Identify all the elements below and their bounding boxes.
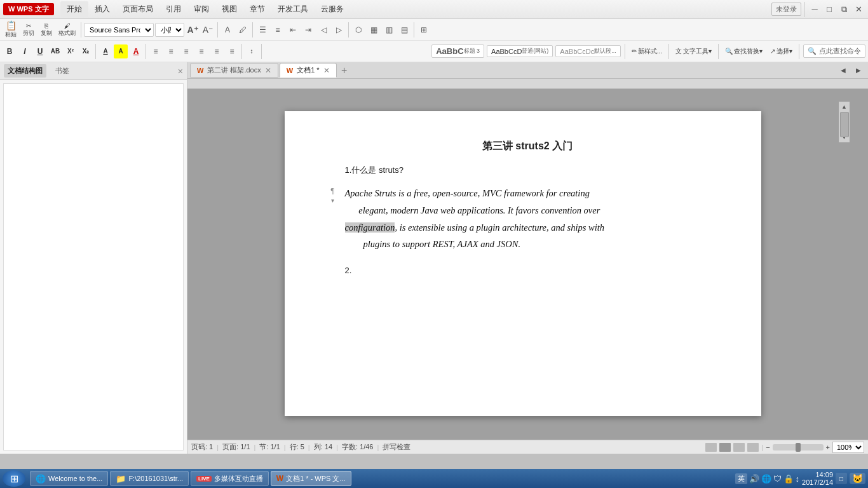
- paragraph-icon[interactable]: ¶: [331, 186, 334, 196]
- doc-tab-doc1[interactable]: W 文档1 * ✕: [280, 63, 337, 78]
- close-button[interactable]: ✕: [852, 3, 865, 16]
- menu-reference[interactable]: 引用: [159, 1, 187, 17]
- outdent-button[interactable]: ⇤: [286, 23, 300, 37]
- font-size-selector[interactable]: 小四 初号 12 14: [155, 23, 184, 37]
- wps-logo[interactable]: W WPS 文字: [3, 3, 54, 15]
- taskbar-clock[interactable]: 14:09 2017/2/14: [802, 471, 833, 486]
- new-style-button[interactable]: ✏ 新样式...: [629, 43, 665, 60]
- shield-icon[interactable]: 🛡: [773, 474, 782, 484]
- find-replace-button[interactable]: 🔍 查找替换▾: [722, 43, 765, 60]
- font-color-button[interactable]: A: [129, 44, 143, 58]
- maximize-button[interactable]: □: [823, 3, 836, 16]
- zoom-in-button[interactable]: +: [826, 444, 830, 451]
- doc-nav-next[interactable]: ▶: [851, 64, 865, 78]
- align-center-btn2[interactable]: ≡: [164, 44, 178, 58]
- strikethrough-button[interactable]: AB: [48, 44, 62, 58]
- text-color-button[interactable]: A: [220, 23, 234, 37]
- justify-button[interactable]: ▤: [397, 23, 411, 37]
- text-tools-button[interactable]: 文 文字工具▾: [673, 43, 714, 60]
- document-page: 第三讲 struts2 入门 1.什么是 struts? ¶ ▾ Apach: [285, 111, 761, 416]
- font-size-increase-button[interactable]: A⁺: [186, 23, 200, 37]
- subscript-button[interactable]: X₂: [79, 44, 93, 58]
- style-default[interactable]: AaBbCcDc 默认段...: [555, 45, 620, 57]
- status-spell-check[interactable]: 拼写检查: [383, 442, 410, 452]
- indent-button[interactable]: ⇥: [301, 23, 315, 37]
- paragraph-dropdown[interactable]: ▾: [331, 197, 334, 204]
- command-search[interactable]: 🔍 点此查找命令: [803, 44, 865, 58]
- doc-tab-doc1-close[interactable]: ✕: [323, 66, 330, 75]
- menu-review[interactable]: 审阅: [187, 1, 215, 17]
- style-normal[interactable]: AaBbCcD 普通(网站): [487, 45, 553, 57]
- char-shading-button[interactable]: A: [98, 44, 112, 58]
- view-mode-btn2[interactable]: [719, 443, 731, 452]
- menu-start[interactable]: 开始: [60, 1, 88, 17]
- italic-button[interactable]: I: [18, 44, 32, 58]
- antivirus-icon[interactable]: 🔒: [783, 474, 794, 484]
- underline-button[interactable]: U: [33, 44, 47, 58]
- add-doc-tab-button[interactable]: +: [338, 64, 351, 77]
- align-left-button[interactable]: ⬡: [351, 23, 365, 37]
- mascot-area[interactable]: 🐱: [850, 473, 865, 484]
- ime-icon[interactable]: 英: [735, 473, 747, 484]
- increase-indent-button[interactable]: ▷: [332, 23, 346, 37]
- panel-tab-structure[interactable]: 文档结构图: [4, 64, 46, 78]
- decrease-indent-button[interactable]: ◁: [316, 23, 330, 37]
- network-icon[interactable]: 🌐: [761, 474, 771, 484]
- view-mode-btn3[interactable]: [733, 443, 745, 452]
- menu-cloud[interactable]: 云服务: [315, 1, 350, 17]
- cut-button[interactable]: ✂ 剪切: [20, 21, 37, 39]
- login-button[interactable]: 未登录: [771, 3, 801, 16]
- find-replace-label: 查找替换▾: [734, 47, 763, 56]
- select-button[interactable]: ↗ 选择▾: [768, 43, 795, 60]
- doc-scroll-area[interactable]: 第三讲 struts2 入门 1.什么是 struts? ¶ ▾ Apach: [187, 89, 868, 440]
- align-left-btn2[interactable]: ≡: [149, 44, 163, 58]
- zoom-slider[interactable]: [773, 444, 824, 451]
- start-button[interactable]: ⊞: [3, 470, 25, 487]
- restore-button[interactable]: ⧉: [837, 3, 850, 16]
- sync-icon[interactable]: ↕: [796, 474, 800, 484]
- line-spacing-button[interactable]: ↕: [245, 44, 259, 58]
- menu-devtools[interactable]: 开发工具: [271, 1, 315, 17]
- minimize-button[interactable]: ─: [808, 3, 821, 16]
- number-list-button[interactable]: ≡: [271, 23, 285, 37]
- panel-close-button[interactable]: ×: [178, 66, 183, 76]
- bold-button[interactable]: B: [3, 44, 17, 58]
- justify-btn2[interactable]: ≡: [194, 44, 208, 58]
- zoom-selector[interactable]: 100%: [832, 442, 864, 453]
- menu-insert[interactable]: 插入: [88, 1, 116, 17]
- align-right-btn2[interactable]: ≡: [179, 44, 193, 58]
- taskbar-item-live[interactable]: LIVE 多媒体互动直播: [191, 471, 269, 486]
- menu-pagelayout[interactable]: 页面布局: [116, 1, 159, 17]
- taskbar-item-folder[interactable]: 📁 F:\20161031\str...: [110, 471, 189, 486]
- bullet-list-button[interactable]: ☰: [255, 23, 269, 37]
- volume-icon[interactable]: 🔊: [749, 474, 759, 484]
- justify-left-btn[interactable]: ≡: [210, 44, 224, 58]
- paste-button[interactable]: 📋 粘贴: [3, 21, 19, 39]
- taskbar-item-welcome[interactable]: 🌐 Welcome to the...: [30, 471, 108, 486]
- align-center-button[interactable]: ▦: [367, 23, 381, 37]
- align-right-button[interactable]: ▥: [382, 23, 396, 37]
- scroll-up-button[interactable]: ▲: [839, 102, 850, 112]
- char-highlight-button[interactable]: A: [114, 44, 128, 58]
- table-insert-button[interactable]: ⊞: [417, 23, 431, 37]
- highlight-button[interactable]: 🖊: [236, 23, 250, 37]
- panel-tab-bookmark[interactable]: 书签: [51, 64, 73, 78]
- font-name-selector[interactable]: Source Sans Pro: [84, 23, 154, 37]
- view-mode-btn4[interactable]: [747, 443, 759, 452]
- menu-view[interactable]: 视图: [215, 1, 243, 17]
- superscript-button[interactable]: X²: [64, 44, 78, 58]
- copy-button[interactable]: ⎘ 复制: [38, 21, 55, 39]
- doc-nav-prev[interactable]: ◀: [836, 64, 850, 78]
- paragraph-container: ¶ ▾ Apache Struts is a free, open-source…: [345, 185, 710, 253]
- justify-right-btn[interactable]: ≡: [225, 44, 239, 58]
- zoom-out-button[interactable]: −: [766, 444, 770, 451]
- view-mode-btn1[interactable]: [705, 443, 717, 452]
- format-painter-button[interactable]: 🖌 格式刷: [56, 21, 78, 39]
- doc-tab-framework[interactable]: W 第二讲 框架.docx ✕: [190, 63, 278, 78]
- menu-chapter[interactable]: 章节: [243, 1, 271, 17]
- taskbar-item-wps[interactable]: W 文档1 * - WPS 文...: [271, 471, 351, 486]
- doc-tab-framework-close[interactable]: ✕: [265, 66, 271, 75]
- font-size-decrease-button[interactable]: A⁻: [201, 23, 215, 37]
- style-heading3[interactable]: AaBbC 标题 3: [431, 44, 484, 58]
- show-desktop-button[interactable]: □: [836, 473, 847, 484]
